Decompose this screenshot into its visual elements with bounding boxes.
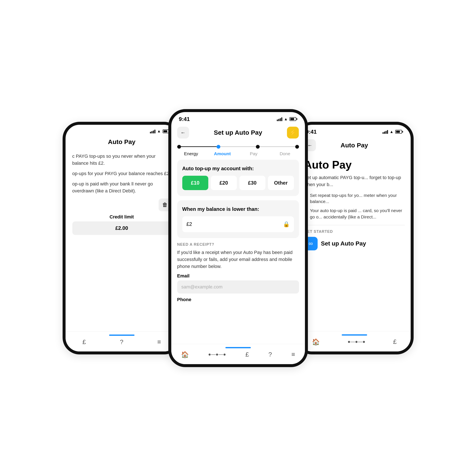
- get-started-label: GET STARTED: [304, 225, 405, 234]
- nav-item-menu-center[interactable]: ≡: [291, 351, 295, 358]
- bottom-nav-items-center: 🏠 ●—●—● £ ? ≡: [171, 351, 305, 358]
- status-bar-right: 9:41 ▲: [298, 125, 411, 137]
- phone-right: 9:41 ▲ ← Auto Pay: [295, 122, 414, 354]
- receipt-text: If you'd like a receipt when your Auto P…: [177, 249, 299, 270]
- nav-item-billing-left[interactable]: £: [83, 338, 86, 345]
- nav-item-menu-left[interactable]: ≡: [157, 338, 161, 345]
- lightning-button-center[interactable]: ⚡: [287, 127, 299, 138]
- status-bar-center: 9:41 ▲: [171, 112, 305, 125]
- left-body: c PAYG top-ups so you never when your ba…: [66, 149, 178, 239]
- nav-item-home-center[interactable]: 🏠: [181, 351, 189, 358]
- left-text-3: op-up is paid with your bank ll never go…: [72, 180, 171, 194]
- amount-btn-30[interactable]: £30: [239, 176, 265, 190]
- receipt-label: NEED A RECEIPT?: [177, 242, 299, 247]
- signal-icon-center: [277, 117, 282, 121]
- back-arrow-right: ←: [307, 142, 313, 148]
- nav-item-billing-center[interactable]: £: [245, 351, 249, 358]
- phone-label: Phone: [177, 297, 299, 302]
- nav-item-help-center[interactable]: ?: [268, 351, 272, 358]
- step-dot-pay: [256, 145, 260, 149]
- page-title-left: Auto Pay: [108, 138, 135, 146]
- balance-card: When my balance is lower than: £2 🔒: [177, 200, 299, 238]
- step-dot-amount: [217, 145, 220, 149]
- nav-header-right: ← Auto Pay: [298, 137, 411, 154]
- lock-icon: 🔒: [283, 221, 290, 228]
- step-label-done: Done: [269, 151, 301, 156]
- phone-center: 9:41 ▲ ← Set up Auto Pay: [168, 109, 308, 367]
- step-line-1: [181, 146, 217, 147]
- balance-display: £2 🔒: [182, 216, 294, 232]
- scene: 9:41 ▲ Auto Pay c: [0, 0, 476, 476]
- auto-pay-subtitle: Set up automatic PAYG top-u... forget to…: [304, 174, 405, 188]
- receipt-section: NEED A RECEIPT? If you'd like a receipt …: [171, 242, 305, 302]
- lightning-icon-center: ⚡: [289, 129, 297, 136]
- step-dot-done: [295, 145, 299, 149]
- auto-pay-title: Auto Pay: [304, 158, 405, 171]
- email-input[interactable]: sam@example.com: [177, 280, 299, 293]
- nav-item-billing-right[interactable]: £: [393, 338, 397, 345]
- step-labels: Energy Amount Pay Done: [171, 150, 305, 160]
- signal-icon-left: [150, 129, 155, 134]
- amount-options: £10 £20 £30 Other: [182, 176, 294, 190]
- page-title-right: Auto Pay: [340, 142, 368, 149]
- wifi-icon-left: ▲: [157, 129, 161, 134]
- nav-item-activity-right[interactable]: ●—●—●: [348, 339, 365, 344]
- step-line-2: [220, 146, 256, 147]
- check-text-2: Your auto top-up is paid ... card, so yo…: [310, 207, 405, 220]
- email-label: Email: [177, 273, 299, 279]
- status-icons-center: ▲: [277, 117, 297, 121]
- right-body: Auto Pay Set up automatic PAYG top-u... …: [298, 154, 411, 255]
- back-button-center[interactable]: ←: [177, 127, 189, 138]
- bottom-nav-right: 🏠 ●—●—● £: [298, 331, 411, 351]
- page-title-center: Set up Auto Pay: [214, 129, 262, 136]
- bottom-nav-items-left: £ ? ≡: [66, 338, 178, 345]
- bottom-nav-center: 🏠 ●—●—● £ ? ≡: [171, 344, 305, 364]
- credit-card-area: 🗑 Credit limit £2.00: [72, 199, 171, 235]
- main-content-center: Auto top-up my account with: £10 £20 £30…: [171, 160, 305, 238]
- nav-indicator-left: [109, 335, 135, 336]
- amount-btn-10[interactable]: £10: [182, 176, 208, 190]
- topup-card-title: Auto top-up my account with:: [182, 166, 294, 171]
- balance-card-title: When my balance is lower than:: [182, 206, 294, 212]
- status-bar-left: 9:41 ▲: [66, 125, 178, 136]
- credit-limit-value: £2.00: [72, 221, 171, 235]
- step-label-energy: Energy: [175, 151, 207, 156]
- topup-card: Auto top-up my account with: £10 £20 £30…: [177, 160, 299, 196]
- signal-icon-right: [383, 130, 388, 134]
- wifi-icon-center: ▲: [284, 117, 288, 121]
- amount-btn-20[interactable]: £20: [211, 176, 237, 190]
- step-line-3: [260, 146, 295, 147]
- back-arrow-center: ←: [181, 130, 186, 136]
- nav-item-help-left[interactable]: ?: [120, 338, 123, 345]
- balance-value: £2: [187, 221, 192, 227]
- nav-item-activity-center[interactable]: ●—●—●: [208, 352, 226, 357]
- bottom-nav-left: £ ? ≡: [66, 331, 178, 351]
- battery-icon-center: [289, 117, 297, 121]
- nav-header-left: Auto Pay: [66, 136, 178, 149]
- progress-steps: [171, 141, 305, 150]
- status-icons-right: ▲: [383, 130, 403, 134]
- check-item-1: ✓ Set repeat top-ups for yo... meter whe…: [304, 192, 405, 205]
- check-text-1: Set repeat top-ups for yo... meter when …: [310, 192, 405, 205]
- wifi-icon-right: ▲: [390, 130, 393, 134]
- credit-limit-label: Credit limit: [72, 214, 171, 220]
- step-label-amount: Amount: [207, 151, 238, 156]
- bottom-nav-items-right: 🏠 ●—●—● £: [298, 338, 411, 345]
- nav-header-center: ← Set up Auto Pay ⚡: [171, 125, 305, 141]
- nav-indicator-center: [225, 347, 251, 348]
- setup-btn-label: Set up Auto Pay: [321, 240, 366, 247]
- left-text-2: op-ups for your PAYG your balance reache…: [72, 170, 171, 177]
- time-center: 9:41: [179, 116, 190, 122]
- left-text-1: c PAYG top-ups so you never when your ba…: [72, 153, 171, 167]
- setup-auto-pay-button[interactable]: ∞ Set up Auto Pay: [304, 237, 366, 250]
- nav-item-home-right[interactable]: 🏠: [312, 338, 320, 345]
- check-item-2: ✓ Your auto top-up is paid ... card, so …: [304, 207, 405, 220]
- nav-indicator-right: [342, 334, 367, 336]
- status-icons-left: ▲: [150, 129, 170, 134]
- amount-btn-other[interactable]: Other: [268, 176, 294, 190]
- phone-left: 9:41 ▲ Auto Pay c: [63, 122, 181, 354]
- step-label-pay: Pay: [238, 151, 269, 156]
- step-dot-energy: [177, 145, 181, 149]
- battery-icon-right: [395, 130, 403, 134]
